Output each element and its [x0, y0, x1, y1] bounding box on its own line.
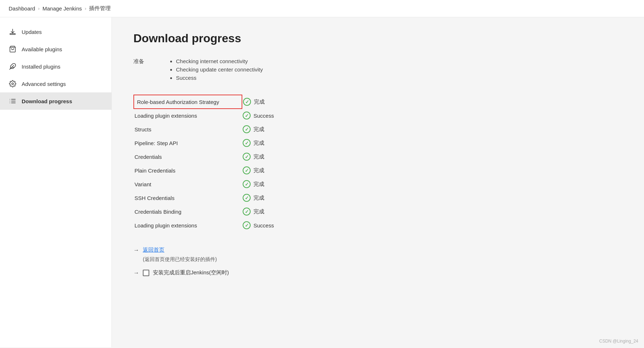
sidebar-item-advanced-settings[interactable]: Advanced settings	[0, 75, 111, 92]
breadcrumb-sep-1: ›	[38, 6, 39, 11]
sidebar: Updates Available plugins Installed pl	[0, 17, 112, 347]
plugin-name: Variant	[134, 177, 242, 191]
plugin-status: 完成	[242, 205, 622, 218]
status-text: 完成	[253, 195, 264, 201]
prep-check-2: Checking update center connectivity	[176, 66, 263, 73]
table-row: Credentials完成	[134, 150, 622, 164]
table-row: Loading plugin extensionsSuccess	[134, 109, 622, 122]
check-icon	[243, 139, 251, 147]
sidebar-item-available-plugins[interactable]: Available plugins	[0, 40, 111, 58]
table-row: SSH Credentials完成	[134, 191, 622, 205]
check-icon	[243, 194, 251, 202]
sidebar-label-available-plugins: Available plugins	[22, 46, 62, 52]
plugin-name: Loading plugin extensions	[134, 109, 242, 122]
plugin-status: 完成	[242, 150, 622, 164]
status-text: 完成	[253, 140, 264, 147]
prep-check-3: Success	[176, 75, 263, 81]
sidebar-item-updates[interactable]: Updates	[0, 23, 111, 40]
breadcrumb-sep-2: ›	[85, 6, 86, 11]
table-row: Role-based Authorization Strategy完成	[134, 95, 622, 109]
check-icon	[243, 166, 251, 174]
check-icon	[243, 112, 251, 119]
sidebar-label-installed-plugins: Installed plugins	[22, 64, 61, 70]
plugin-name: Pipeline: Step API	[134, 136, 242, 150]
sidebar-item-download-progress[interactable]: Download progress	[0, 92, 111, 110]
svg-rect-0	[10, 34, 16, 35]
footer-actions: → 返回首页 (返回首页使用已经安装好的插件) → 安装完成后重启Jenkins…	[133, 247, 622, 276]
sidebar-label-download-progress: Download progress	[22, 98, 72, 104]
watermark: CSDN @Linging_24	[599, 339, 638, 344]
plugin-status: 完成	[242, 164, 622, 177]
plugin-status: Success	[242, 109, 622, 122]
return-home-sub: (返回首页使用已经安装好的插件)	[143, 256, 622, 263]
svg-point-4	[12, 83, 14, 85]
check-icon	[243, 208, 251, 216]
plugin-name: Loading plugin extensions	[134, 218, 242, 232]
return-home-link[interactable]: 返回首页	[143, 247, 164, 253]
list-icon	[9, 97, 17, 105]
return-home-action: → 返回首页	[133, 247, 622, 253]
status-text: 完成	[254, 99, 265, 105]
plugin-status: 完成	[242, 136, 622, 150]
sidebar-label-advanced-settings: Advanced settings	[22, 81, 66, 87]
breadcrumb: Dashboard › Manage Jenkins › 插件管理	[0, 0, 644, 17]
gear-icon	[9, 80, 17, 88]
download-icon	[9, 28, 17, 36]
check-icon	[243, 125, 251, 133]
check-icon	[243, 180, 251, 188]
plugin-name: Credentials Binding	[134, 205, 242, 218]
shopping-bag-icon	[9, 45, 17, 53]
restart-checkbox[interactable]	[143, 270, 149, 276]
restart-label: 安装完成后重启Jenkins(空闲时)	[153, 269, 229, 276]
puzzle-icon	[9, 62, 17, 70]
status-text: 完成	[253, 167, 264, 174]
arrow-icon-2: →	[133, 270, 139, 276]
status-text: 完成	[253, 126, 264, 133]
check-icon	[243, 98, 251, 106]
plugin-name: Structs	[134, 122, 242, 136]
prep-check-1: Checking internet connectivity	[176, 58, 263, 64]
table-row: Plain Credentials完成	[134, 164, 622, 177]
plugin-name: Credentials	[134, 150, 242, 164]
prep-checklist: Checking internet connectivity Checking …	[169, 58, 263, 83]
breadcrumb-plugin-mgmt: 插件管理	[89, 5, 111, 12]
sidebar-item-installed-plugins[interactable]: Installed plugins	[0, 58, 111, 75]
check-icon	[243, 221, 251, 229]
plugin-table: Role-based Authorization Strategy完成Loadi…	[133, 95, 622, 232]
table-row: Loading plugin extensionsSuccess	[134, 218, 622, 232]
plugin-status: 完成	[242, 95, 622, 109]
plugin-status: 完成	[242, 177, 622, 191]
breadcrumb-manage-jenkins[interactable]: Manage Jenkins	[43, 5, 82, 12]
status-text: 完成	[253, 208, 264, 215]
table-row: Pipeline: Step API完成	[134, 136, 622, 150]
arrow-icon-1: →	[133, 247, 139, 253]
page-title: Download progress	[133, 32, 622, 45]
status-text: Success	[253, 222, 274, 229]
table-row: Structs完成	[134, 122, 622, 136]
plugin-status: 完成	[242, 122, 622, 136]
prep-label: 准备	[133, 58, 155, 65]
check-icon	[243, 153, 251, 161]
status-text: Success	[253, 113, 274, 119]
restart-action: → 安装完成后重启Jenkins(空闲时)	[133, 269, 622, 276]
status-text: 完成	[253, 181, 264, 188]
breadcrumb-dashboard[interactable]: Dashboard	[9, 5, 35, 12]
plugin-name: SSH Credentials	[134, 191, 242, 205]
table-row: Credentials Binding完成	[134, 205, 622, 218]
status-text: 完成	[253, 153, 264, 160]
table-row: Variant完成	[134, 177, 622, 191]
plugin-status: 完成	[242, 191, 622, 205]
main-content: Download progress 准备 Checking internet c…	[112, 17, 644, 347]
prep-section: 准备 Checking internet connectivity Checki…	[133, 58, 622, 83]
plugin-name: Role-based Authorization Strategy	[134, 95, 242, 109]
plugin-name: Plain Credentials	[134, 164, 242, 177]
plugin-status: Success	[242, 218, 622, 232]
sidebar-label-updates: Updates	[22, 29, 42, 35]
